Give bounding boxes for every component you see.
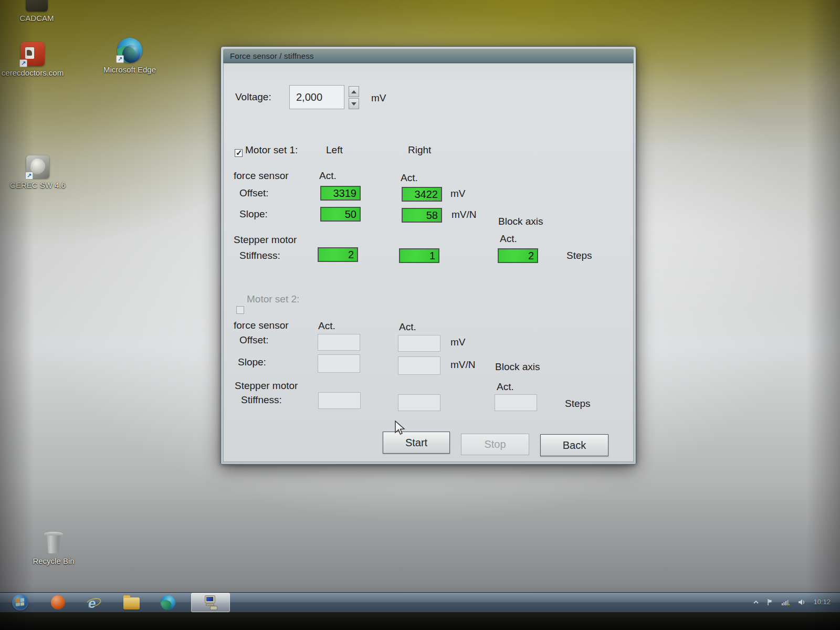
taskbar-item-service-app-active[interactable] <box>191 593 230 612</box>
back-button[interactable]: Back <box>540 434 608 456</box>
desktop-icon-label: CADCAM <box>4 14 69 23</box>
offset-label-2: Offset: <box>239 334 269 346</box>
volume-icon[interactable] <box>798 598 806 606</box>
offset-left-field-2 <box>318 334 360 351</box>
folder-icon <box>123 597 140 610</box>
shortcut-arrow-icon: ↗ <box>19 59 27 67</box>
offset-label: Offset: <box>239 187 269 199</box>
slope-left-field-2 <box>318 354 360 373</box>
act-label-left-2: Act. <box>318 320 335 332</box>
stiffness-right-field-2 <box>398 394 440 411</box>
act-label-left: Act. <box>319 170 337 182</box>
desktop-icon-edge[interactable]: ↗ Microsoft Edge <box>97 38 162 74</box>
internet-explorer-icon: e <box>86 595 101 611</box>
offset-unit: mV <box>450 188 466 200</box>
arrow-down-icon <box>351 102 356 106</box>
slope-left-value: 50 <box>320 207 361 222</box>
desktop-icon-cadcam[interactable]: CADCAM <box>4 0 69 23</box>
windows-start-icon <box>12 594 28 611</box>
desktop-icon-label: Recycle Bin <box>21 556 86 565</box>
stiffness-right-value: 1 <box>399 248 439 263</box>
stiffness-left-field-2 <box>318 392 361 409</box>
offset-right-field-2 <box>398 335 440 352</box>
block-axis-label-2: Block axis <box>495 361 540 373</box>
monitor-bezel <box>0 612 840 630</box>
voltage-spin-down-button[interactable] <box>349 98 359 109</box>
force-sensor-label-2: force sensor <box>234 320 289 331</box>
voltage-unit: mV <box>371 92 386 104</box>
stiffness-unit-2: Steps <box>565 398 591 410</box>
stepper-motor-label: Stepper motor <box>234 234 297 246</box>
voltage-input[interactable] <box>289 85 344 109</box>
act-label-right-2: Act. <box>399 321 416 333</box>
stiffness-label: Stiffness: <box>239 250 280 261</box>
cadcam-icon <box>4 0 69 12</box>
offset-right-value: 3422 <box>402 187 442 202</box>
slope-label-2: Slope: <box>238 356 266 368</box>
stiffness-block-field-2 <box>495 394 537 411</box>
start-button-taskbar[interactable] <box>8 593 32 612</box>
dialog-title-bar[interactable]: Force sensor / stiffness <box>223 49 634 63</box>
taskbar-item-microsoft-edge[interactable] <box>156 593 180 612</box>
taskbar-item-windows-explorer[interactable] <box>120 593 143 612</box>
stiffness-label-2: Stiffness: <box>241 394 282 406</box>
stiffness-unit: Steps <box>566 250 592 261</box>
stiffness-left-value: 2 <box>318 247 358 262</box>
network-status-icon[interactable] <box>781 598 791 606</box>
desktop-icon-cerecdoctors[interactable]: ↗ cerecdoctors.com <box>0 42 65 77</box>
motor-set-2-checkbox[interactable] <box>236 306 244 314</box>
voltage-spin-up-button[interactable] <box>349 86 359 97</box>
dialog-title: Force sensor / stiffness <box>230 51 314 60</box>
desktop-icon-recycle-bin[interactable]: Recycle Bin <box>21 529 86 565</box>
taskbar: e 10:12 <box>0 592 840 612</box>
recycle-bin-icon <box>21 529 86 554</box>
stop-button[interactable]: Stop <box>461 434 529 455</box>
taskbar-item-cerec-app[interactable] <box>46 593 69 612</box>
cerecdoctors-icon: ↗ <box>20 42 45 66</box>
system-tray: 10:12 <box>753 598 840 606</box>
desktop-icon-label: cerecdoctors.com <box>0 68 65 77</box>
tray-expand-icon[interactable] <box>753 600 759 605</box>
act-label-right: Act. <box>401 172 418 184</box>
cerec-app-icon <box>51 595 65 610</box>
block-axis-label: Block axis <box>498 216 543 227</box>
edge-icon: ↗ <box>117 38 142 63</box>
taskbar-item-internet-explorer[interactable]: e <box>82 593 105 612</box>
taskbar-clock[interactable]: 10:12 <box>813 598 831 606</box>
act-label-block-2: Act. <box>497 381 514 393</box>
edge-icon <box>161 595 175 610</box>
act-label-block: Act. <box>500 233 517 245</box>
motor-set-1-checkbox[interactable] <box>235 149 243 157</box>
shortcut-arrow-icon: ↗ <box>25 172 33 180</box>
force-sensor-label: force sensor <box>234 170 289 182</box>
slope-unit-2: mV/N <box>450 359 476 371</box>
voltage-label: Voltage: <box>235 91 271 103</box>
start-button[interactable]: Start <box>383 432 450 454</box>
stepper-motor-label-2: Stepper motor <box>235 380 298 392</box>
arrow-up-icon <box>351 90 356 93</box>
slope-right-value: 58 <box>402 208 442 223</box>
desktop-icon-label: CEREC SW 4.6 <box>5 181 70 190</box>
offset-left-value: 3319 <box>320 186 361 201</box>
slope-label: Slope: <box>239 208 268 220</box>
cerec-sw-icon: ↗ <box>26 155 49 178</box>
action-center-flag-icon[interactable] <box>766 598 774 606</box>
service-app-icon <box>203 595 218 611</box>
desktop-icon-cerec-sw[interactable]: ↗ CEREC SW 4.6 <box>5 155 70 190</box>
force-sensor-stiffness-dialog: Force sensor / stiffness Voltage: mV Mot… <box>220 46 636 465</box>
motor-set-2-label: Motor set 2: <box>247 293 299 305</box>
motor-set-1-label: Motor set 1: <box>245 144 298 156</box>
column-right-header: Right <box>408 144 431 156</box>
column-left-header: Left <box>326 144 343 156</box>
shortcut-arrow-icon: ↗ <box>116 55 124 63</box>
stiffness-block-value: 2 <box>498 248 538 263</box>
desktop-icon-label: Microsoft Edge <box>97 65 162 74</box>
offset-unit-2: mV <box>450 337 466 348</box>
slope-unit: mV/N <box>452 209 477 220</box>
slope-right-field-2 <box>398 356 440 375</box>
